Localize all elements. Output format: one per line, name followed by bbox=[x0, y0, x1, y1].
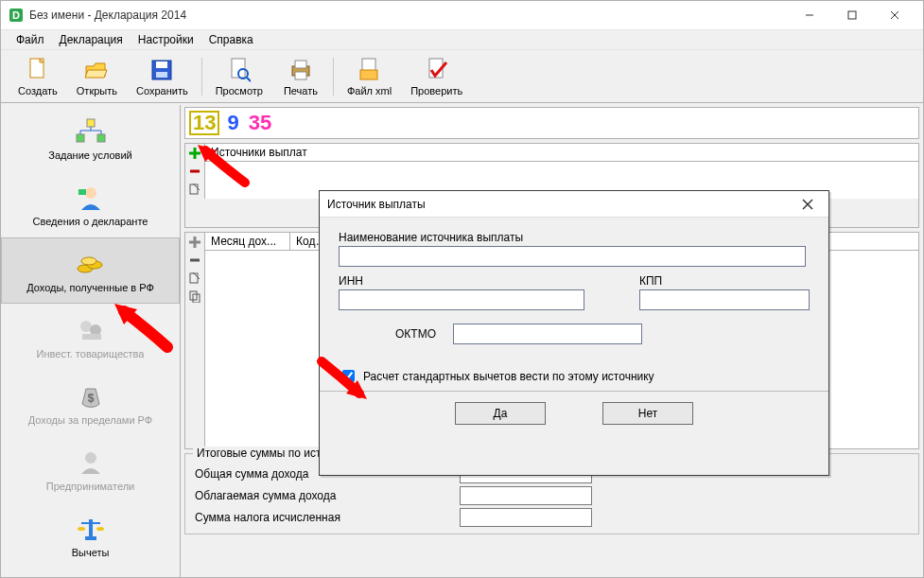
scale-icon bbox=[75, 513, 107, 545]
sidebar-label: Инвест. товарищества bbox=[37, 348, 145, 359]
save-disk-icon bbox=[148, 57, 175, 83]
rate-13-tab[interactable]: 13 bbox=[189, 111, 219, 135]
svg-rect-21 bbox=[77, 134, 84, 142]
taxable-income-label: Облагаемая сумма дохода bbox=[195, 489, 460, 502]
svg-text:D: D bbox=[12, 9, 20, 21]
svg-rect-41 bbox=[85, 536, 96, 540]
preview-icon bbox=[226, 57, 253, 83]
save-button[interactable]: Сохранить bbox=[127, 55, 198, 98]
svg-rect-37 bbox=[89, 519, 93, 536]
print-label: Печать bbox=[284, 85, 318, 96]
remove-month-button[interactable] bbox=[187, 253, 202, 268]
close-button[interactable] bbox=[873, 2, 915, 28]
kpp-input[interactable] bbox=[639, 289, 810, 310]
menu-settings[interactable]: Настройки bbox=[132, 31, 200, 48]
tax-calc-label: Сумма налога исчисленная bbox=[195, 511, 460, 524]
source-dialog: Источник выплаты Наименование источника … bbox=[319, 190, 829, 476]
sources-header: Источники выплат bbox=[205, 144, 918, 162]
edit-month-button[interactable] bbox=[187, 271, 202, 286]
svg-rect-45 bbox=[190, 184, 198, 194]
add-source-button[interactable] bbox=[187, 146, 202, 161]
dialog-close-button[interactable] bbox=[794, 193, 821, 216]
svg-point-39 bbox=[78, 527, 85, 531]
print-button[interactable]: Печать bbox=[272, 55, 329, 98]
person-icon bbox=[75, 182, 107, 214]
col-month[interactable]: Месяц дох... bbox=[205, 233, 290, 250]
sidebar-label: Предприниматели bbox=[46, 481, 134, 492]
remove-source-button[interactable] bbox=[187, 164, 202, 179]
tax-calc-field[interactable] bbox=[460, 508, 592, 527]
rate-9-tab[interactable]: 9 bbox=[225, 113, 240, 133]
svg-rect-34 bbox=[82, 334, 101, 340]
std-calc-checkbox[interactable] bbox=[342, 370, 355, 382]
tax-rates-bar: 13 9 35 bbox=[184, 107, 919, 139]
svg-rect-18 bbox=[360, 70, 377, 79]
sidebar-item-income-rf[interactable]: Доходы, полученные в РФ bbox=[1, 237, 180, 304]
sidebar-label: Доходы за пределами РФ bbox=[28, 414, 152, 426]
inn-input[interactable] bbox=[339, 289, 584, 310]
check-button[interactable]: Проверить bbox=[401, 55, 472, 98]
print-icon bbox=[288, 57, 314, 83]
new-file-icon bbox=[25, 57, 51, 83]
svg-rect-9 bbox=[156, 61, 167, 68]
main-toolbar: Создать Открыть Сохранить Просмотр Печат… bbox=[1, 50, 923, 103]
sidebar-label: Доходы, полученные в РФ bbox=[26, 282, 154, 293]
svg-rect-3 bbox=[848, 11, 856, 19]
sidebar-item-invest[interactable]: Инвест. товарищества bbox=[1, 304, 180, 370]
filexml-label: Файл xml bbox=[347, 85, 392, 96]
svg-rect-22 bbox=[97, 134, 105, 142]
svg-rect-10 bbox=[156, 72, 167, 78]
create-button[interactable]: Создать bbox=[9, 55, 67, 98]
menu-bar: Файл Декларация Настройки Справка bbox=[1, 29, 923, 50]
dialog-title: Источник выплаты bbox=[327, 198, 794, 211]
invest-icon bbox=[75, 314, 107, 346]
preview-label: Просмотр bbox=[216, 85, 263, 96]
sidebar-item-deductions[interactable]: Вычеты bbox=[1, 502, 180, 569]
menu-declaration[interactable]: Декларация bbox=[54, 31, 129, 48]
entrepreneur-icon bbox=[75, 447, 107, 479]
menu-file[interactable]: Файл bbox=[10, 31, 50, 48]
sidebar-item-income-foreign[interactable]: $ Доходы за пределами РФ bbox=[1, 370, 180, 436]
name-input[interactable] bbox=[339, 246, 806, 267]
svg-rect-28 bbox=[78, 189, 86, 195]
filexml-button[interactable]: Файл xml bbox=[338, 55, 401, 98]
window-title: Без имени - Декларация 2014 bbox=[29, 9, 788, 22]
oktmo-input[interactable] bbox=[453, 324, 642, 344]
svg-point-36 bbox=[85, 452, 96, 464]
sidebar-item-declarant[interactable]: Сведения о декларанте bbox=[1, 171, 180, 237]
menu-help[interactable]: Справка bbox=[203, 31, 259, 48]
kpp-label: КПП bbox=[639, 274, 810, 288]
oktmo-label: ОКТМО bbox=[395, 327, 436, 341]
svg-line-13 bbox=[247, 78, 251, 81]
sidebar-label: Вычеты bbox=[72, 547, 110, 558]
title-bar: D Без имени - Декларация 2014 bbox=[1, 1, 923, 29]
svg-point-27 bbox=[85, 187, 96, 199]
save-label: Сохранить bbox=[136, 85, 188, 96]
open-button[interactable]: Открыть bbox=[67, 55, 127, 98]
rate-35-tab[interactable]: 35 bbox=[247, 113, 273, 133]
add-month-button[interactable] bbox=[187, 235, 202, 250]
app-logo-icon: D bbox=[9, 8, 24, 23]
svg-text:$: $ bbox=[87, 392, 94, 405]
coins-icon bbox=[75, 248, 107, 280]
tree-icon bbox=[75, 115, 107, 148]
open-label: Открыть bbox=[77, 85, 117, 96]
maximize-button[interactable] bbox=[830, 2, 873, 28]
sidebar-label: Задание условий bbox=[48, 149, 131, 161]
std-calc-label: Расчет стандартных вычетов вести по этом… bbox=[363, 370, 654, 383]
sidebar-item-conditions[interactable]: Задание условий bbox=[1, 105, 180, 171]
copy-month-button[interactable] bbox=[187, 289, 202, 304]
sidebar-item-entrepreneurs[interactable]: Предприниматели bbox=[1, 436, 180, 502]
svg-rect-20 bbox=[87, 119, 95, 127]
minimize-button[interactable] bbox=[788, 2, 830, 28]
sidebar-label: Сведения о декларанте bbox=[33, 216, 148, 227]
check-icon bbox=[424, 57, 450, 83]
dialog-no-button[interactable]: Нет bbox=[602, 402, 693, 425]
preview-button[interactable]: Просмотр bbox=[206, 55, 272, 98]
svg-rect-16 bbox=[295, 72, 306, 79]
taxable-income-field[interactable] bbox=[460, 486, 592, 505]
edit-source-button[interactable] bbox=[187, 182, 202, 197]
name-label: Наименование источника выплаты bbox=[339, 231, 810, 244]
dialog-yes-button[interactable]: Да bbox=[455, 402, 546, 425]
toolbar-separator bbox=[201, 58, 202, 96]
